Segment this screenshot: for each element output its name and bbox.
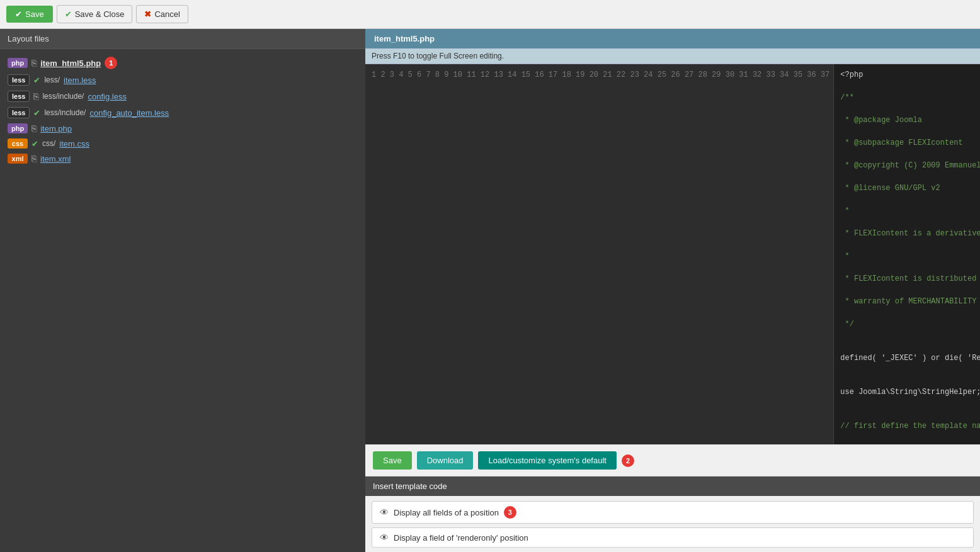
folder-label: less/ bbox=[44, 76, 60, 84]
file-link[interactable]: item.less bbox=[64, 76, 96, 85]
copy-icon: ⎘ bbox=[31, 154, 37, 164]
file-item[interactable]: xml⎘item.xml bbox=[5, 152, 360, 165]
line-numbers: 1 2 3 4 5 6 7 8 9 10 11 12 13 14 15 16 1… bbox=[365, 64, 834, 444]
save-label: Save bbox=[25, 9, 44, 19]
file-tab: item_html5.php bbox=[365, 29, 980, 48]
file-link[interactable]: config.less bbox=[88, 92, 126, 101]
insert-item-badge: 3 bbox=[504, 506, 516, 519]
main-layout: Layout files php⎘item_html5.php1less✔les… bbox=[0, 29, 980, 552]
code-line: * warranty of MERCHANTABILITY or FITNESS… bbox=[840, 296, 974, 307]
cancel-label: Cancel bbox=[154, 9, 179, 19]
toolbar: ✔ Save ✔ Save & Close ✖ Cancel bbox=[0, 0, 980, 29]
file-badge-xml: xml bbox=[8, 154, 28, 164]
eye-icon: 👁 bbox=[380, 532, 389, 543]
save-button[interactable]: ✔ Save bbox=[6, 6, 53, 23]
file-link[interactable]: item_html5.php bbox=[40, 59, 101, 68]
copy-icon: ⎘ bbox=[31, 123, 37, 133]
file-link[interactable]: item.css bbox=[59, 139, 89, 149]
folder-label: css/ bbox=[42, 139, 55, 148]
actions-badge: 2 bbox=[622, 454, 634, 467]
file-item[interactable]: css✔css/item.css bbox=[5, 137, 360, 150]
insert-item[interactable]: 👁Display all fields of a position3 bbox=[372, 501, 974, 524]
right-panel: item_html5.php Press F10 to toggle Full … bbox=[365, 29, 980, 552]
save-close-label: Save & Close bbox=[75, 9, 125, 19]
close-icon: ✖ bbox=[144, 9, 151, 19]
insert-item-label: Display all fields of a position bbox=[394, 508, 499, 517]
copy-icon: ⎘ bbox=[31, 58, 37, 68]
code-line: /** bbox=[840, 92, 974, 103]
file-list: php⎘item_html5.php1less✔less/item.lessle… bbox=[0, 49, 365, 171]
insert-items: 👁Display all fields of a position3👁Displ… bbox=[365, 496, 980, 552]
save-icon: ✔ bbox=[15, 9, 22, 19]
code-line: defined( '_JEXEC' ) or die( 'Restricted … bbox=[840, 352, 974, 364]
editor-save-button[interactable]: Save bbox=[373, 451, 412, 470]
file-link[interactable]: config_auto_item.less bbox=[89, 108, 169, 118]
check-icon: ✔ bbox=[33, 108, 40, 118]
code-line: * @license GNU/GPL v2 bbox=[840, 183, 974, 194]
file-badge-less: less bbox=[8, 74, 30, 86]
code-line: * FLEXIcontent is a derivative work of Q… bbox=[840, 228, 974, 239]
cancel-button[interactable]: ✖ Cancel bbox=[136, 5, 188, 23]
insert-item-label: Display a field of 'renderonly' position bbox=[394, 533, 528, 543]
code-line: * @package Joomla bbox=[840, 115, 974, 126]
code-line: * @copyright (C) 2009 Emmanuel Danan - w… bbox=[840, 160, 974, 171]
file-item[interactable]: less✔less/include/config_auto_item.less bbox=[5, 106, 360, 120]
file-badge-less: less bbox=[8, 91, 30, 102]
file-num-badge: 1 bbox=[105, 57, 117, 69]
code-line: * bbox=[840, 205, 974, 217]
code-line: * bbox=[840, 251, 974, 262]
code-line: */ bbox=[840, 318, 974, 330]
check-icon: ✔ bbox=[31, 139, 38, 149]
check-icon: ✔ bbox=[33, 76, 40, 85]
eye-icon: 👁 bbox=[380, 507, 389, 517]
code-content[interactable]: <?php /** * @package Joomla * @subpackag… bbox=[834, 64, 980, 444]
insert-header: Insert template code bbox=[365, 476, 980, 496]
check-icon: ✔ bbox=[65, 9, 72, 19]
file-link[interactable]: item.xml bbox=[40, 154, 71, 164]
layout-files-header: Layout files bbox=[0, 29, 365, 49]
insert-item[interactable]: 👁Display a field of 'renderonly' positio… bbox=[372, 527, 974, 548]
editor-actions: Save Download Load/customize system's de… bbox=[365, 444, 980, 476]
code-editor[interactable]: 1 2 3 4 5 6 7 8 9 10 11 12 13 14 15 16 1… bbox=[365, 64, 980, 444]
file-badge-less: less bbox=[8, 107, 30, 118]
file-item[interactable]: php⎘item.php bbox=[5, 122, 360, 135]
file-item[interactable]: less✔less/item.less bbox=[5, 73, 360, 87]
code-line: * @subpackage FLEXIcontent bbox=[840, 137, 974, 149]
file-badge-php: php bbox=[8, 123, 28, 133]
file-badge-css: css bbox=[8, 138, 28, 149]
folder-label: less/include/ bbox=[42, 92, 84, 101]
code-line: <?php bbox=[840, 69, 974, 81]
code-line: * FLEXIcontent is distributed in the hop… bbox=[840, 273, 974, 284]
save-close-button[interactable]: ✔ Save & Close bbox=[57, 5, 133, 23]
load-default-button[interactable]: Load/customize system's default bbox=[478, 451, 616, 470]
code-line: use Joomla\String\StringHelper; bbox=[840, 386, 974, 398]
hint-bar: Press F10 to toggle Full Screen editing. bbox=[365, 48, 980, 64]
left-panel: Layout files php⎘item_html5.php1less✔les… bbox=[0, 29, 365, 552]
file-item[interactable]: php⎘item_html5.php1 bbox=[5, 55, 360, 70]
file-badge-php: php bbox=[8, 58, 28, 68]
file-item[interactable]: less⎘less/include/config.less bbox=[5, 89, 360, 103]
file-link[interactable]: item.php bbox=[40, 124, 72, 133]
copy-icon: ⎘ bbox=[33, 91, 38, 101]
folder-label: less/include/ bbox=[44, 108, 86, 117]
insert-section: Insert template code 👁Display all fields… bbox=[365, 476, 980, 552]
code-line: // first define the template name bbox=[840, 420, 974, 432]
download-button[interactable]: Download bbox=[417, 451, 474, 470]
